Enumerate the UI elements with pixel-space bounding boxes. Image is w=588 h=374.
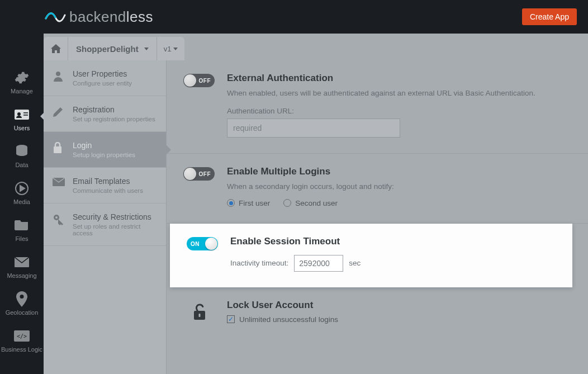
rail-label: Files <box>15 235 28 242</box>
inactivity-timeout-label: Inactivity timeout: <box>230 259 288 267</box>
app-selector[interactable]: ShopperDelight <box>68 37 157 60</box>
rail-label: Manage <box>11 88 33 94</box>
svg-rect-10 <box>54 146 61 153</box>
sidebar-sub: Set up registration properties <box>73 116 155 122</box>
pin-icon <box>14 291 30 307</box>
rail-item-messaging[interactable]: Messaging <box>0 254 44 279</box>
rail-label: Messaging <box>7 272 36 279</box>
lock-icon <box>53 142 65 154</box>
session-timeout-toggle[interactable]: ON <box>187 237 218 250</box>
checkbox-icon: ✓ <box>227 315 235 323</box>
sidebar-sub: Communicate with users <box>73 187 143 194</box>
external-auth-toggle[interactable]: OFF <box>183 74 215 87</box>
folder-icon <box>14 217 30 233</box>
auth-url-label: Authentication URL: <box>227 107 294 115</box>
id-card-icon <box>14 107 30 122</box>
envelope-icon <box>53 178 65 190</box>
database-icon <box>14 144 30 159</box>
media-icon <box>14 181 30 196</box>
pencil-icon <box>53 106 65 119</box>
topbar: backendless Create App <box>0 0 588 34</box>
sidebar-item-registration[interactable]: RegistrationSet up registration properti… <box>44 96 166 132</box>
radio-first-user[interactable]: First user <box>227 199 270 207</box>
rail-item-geolocation[interactable]: Geolocation <box>0 291 44 316</box>
rail-item-users[interactable]: Users <box>0 107 44 131</box>
gear-icon <box>14 70 30 86</box>
logo-text: backendless <box>69 8 153 26</box>
sidebar-item-security[interactable]: Security & RestrictionsSet up roles and … <box>44 203 166 246</box>
unit-label: sec <box>349 259 361 267</box>
checkbox-label: Unlimited unsuccessful logins <box>239 315 338 324</box>
auth-url-input[interactable] <box>227 119 400 138</box>
radio-icon <box>283 199 291 207</box>
rail-item-manage[interactable]: Manage <box>0 70 44 94</box>
envelope-icon <box>14 254 30 270</box>
sidebar-sub: Configure user entity <box>73 80 132 87</box>
unlimited-logins-checkbox[interactable]: ✓ Unlimited unsuccessful logins <box>227 315 571 324</box>
section-session-timeout: ON Enable Session Timeout Inactivity tim… <box>170 224 572 287</box>
multiple-logins-toggle[interactable]: OFF <box>183 167 215 181</box>
rail-label: Business Logic <box>1 346 42 353</box>
logo[interactable]: backendless <box>45 8 153 26</box>
workspace: ShopperDelight v1 User PropertiesConfigu… <box>44 34 588 374</box>
chevron-down-icon <box>173 48 178 50</box>
key-icon <box>53 214 65 226</box>
sidebar-title: Registration <box>73 105 155 114</box>
toggle-label: OFF <box>199 171 211 177</box>
rail-label: Geolocation <box>6 309 39 316</box>
create-app-button[interactable]: Create App <box>522 8 577 25</box>
chevron-down-icon <box>144 48 149 50</box>
inactivity-timeout-input[interactable] <box>294 255 343 272</box>
sidebar-title: User Properties <box>73 69 132 78</box>
rail-label: Users <box>14 125 30 131</box>
radio-icon <box>227 199 235 207</box>
rail-item-business-logic[interactable]: </> Business Logic <box>0 328 44 353</box>
logo-swoosh-icon <box>45 11 66 23</box>
content-area: OFF External Authentication When enabled… <box>167 34 588 374</box>
code-icon: </> <box>14 328 30 344</box>
svg-point-9 <box>56 72 60 76</box>
sidebar-item-login[interactable]: LoginSetup login properties <box>44 132 166 168</box>
section-lock-account: Lock User Account ✓ Unlimited unsuccessf… <box>167 287 588 339</box>
unlock-icon <box>189 302 208 321</box>
section-title: External Authentication <box>227 73 571 84</box>
sidebar-item-email-templates[interactable]: Email TemplatesCommunicate with users <box>44 168 166 203</box>
home-button[interactable] <box>44 37 68 60</box>
sidebar-item-user-properties[interactable]: User PropertiesConfigure user entity <box>44 60 166 96</box>
svg-rect-15 <box>199 314 201 317</box>
rail-item-media[interactable]: Media <box>0 181 44 205</box>
section-external-auth: OFF External Authentication When enabled… <box>167 60 588 154</box>
section-title: Enable Session Timeout <box>230 236 556 247</box>
section-title: Enable Multiple Logins <box>227 166 571 177</box>
sidebar-title: Login <box>73 141 135 150</box>
left-rail: Manage Users Data Media Files Messaging … <box>0 34 44 374</box>
home-icon <box>51 44 61 53</box>
section-desc: When enabled, users will be authenticate… <box>227 88 571 99</box>
svg-point-13 <box>55 216 58 219</box>
rail-item-data[interactable]: Data <box>0 144 44 168</box>
rail-label: Data <box>15 162 28 168</box>
svg-rect-2 <box>23 112 28 113</box>
sidebar-title: Security & Restrictions <box>73 212 157 221</box>
toggle-knob <box>205 238 217 250</box>
section-desc: When a secondary login occurs, logout an… <box>227 182 571 192</box>
app-name: ShopperDelight <box>76 44 139 54</box>
radio-second-user[interactable]: Second user <box>283 199 338 207</box>
version-selector[interactable]: v1 <box>157 37 185 60</box>
user-icon <box>53 70 65 83</box>
subnav: ShopperDelight v1 <box>44 37 184 60</box>
rail-item-files[interactable]: Files <box>0 217 44 242</box>
svg-text:</>: </> <box>17 333 27 339</box>
section-title: Lock User Account <box>227 300 571 311</box>
radio-label: Second user <box>295 199 338 207</box>
svg-rect-3 <box>23 115 28 116</box>
toggle-knob <box>184 168 196 180</box>
toggle-label: OFF <box>199 78 211 84</box>
sidebar-sub: Setup login properties <box>73 152 135 158</box>
rail-label: Media <box>13 198 30 205</box>
sidebar-title: Email Templates <box>73 177 143 186</box>
toggle-knob <box>184 74 196 87</box>
version-label: v1 <box>164 45 172 53</box>
svg-point-1 <box>17 112 21 116</box>
section-multiple-logins: OFF Enable Multiple Logins When a second… <box>167 154 588 224</box>
